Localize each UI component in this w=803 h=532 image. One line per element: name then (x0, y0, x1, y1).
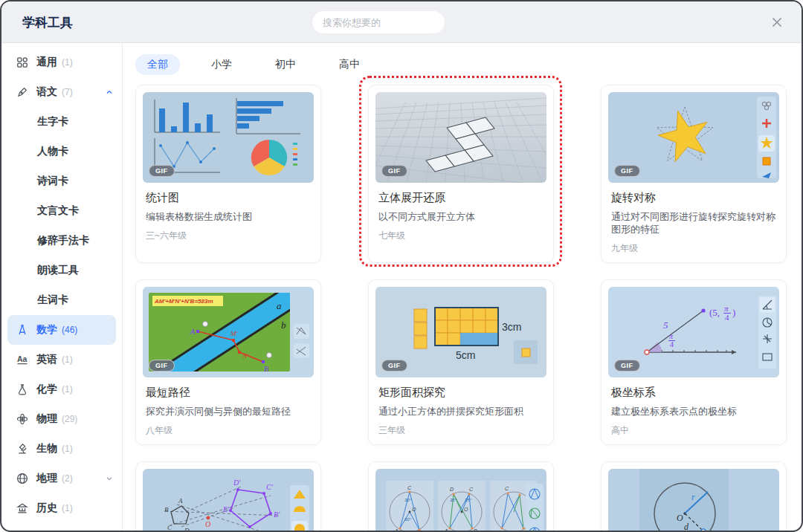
pen-icon (16, 86, 28, 98)
card-grade: 三年级 (378, 424, 544, 437)
tool-grid: GIF 统计图 编辑表格数据生成统计图 三~六年级 (135, 85, 802, 531)
sidebar-item-general[interactable]: 通用 (1) (1, 48, 122, 77)
gif-badge: GIF (149, 360, 175, 372)
gif-badge: GIF (614, 165, 640, 177)
card-desc: 通过对不同图形进行旋转探究旋转对称图形的特征 (611, 210, 776, 236)
point-M-label: M' (230, 330, 238, 337)
sidebar-item-xiucishoufaka[interactable]: 修辞手法卡 (1, 226, 122, 256)
square-tool-icon (763, 158, 770, 165)
sidebar-item-shengcika[interactable]: 生词卡 (1, 285, 122, 315)
unit-square-tool (514, 340, 538, 364)
sidebar-count: (7) (62, 87, 73, 97)
sidebar-item-shicika[interactable]: 诗词卡 (1, 166, 122, 196)
sidebar-label: 地理 (36, 472, 57, 485)
sidebar-item-biology[interactable]: 生物 (1) (1, 434, 122, 464)
card-desc: 通过小正方体的拼摆探究矩形面积 (378, 405, 544, 418)
card-title: 立体展开还原 (378, 191, 544, 205)
C-label: C (167, 524, 172, 531)
svg-text:A: A (394, 528, 399, 531)
tool-card-rotational-symmetry[interactable]: GIF 旋转对称 通过对不同图形进行旋转探究旋转对称图形的特征 九年级 (601, 85, 787, 263)
chevron-down-icon[interactable] (104, 473, 115, 484)
tool-card-shortest-path[interactable]: AM'+M'N'+N'B=583m A M' (135, 279, 321, 445)
shape-toolbar (290, 485, 309, 531)
letters-icon: Aa (16, 354, 28, 366)
svg-text:O: O (412, 507, 416, 512)
card-thumbnail: GIF (143, 92, 314, 183)
r-label: r (691, 492, 695, 502)
search-input[interactable] (323, 17, 454, 28)
D-label: D (184, 527, 190, 531)
svg-text:Aa: Aa (17, 354, 28, 363)
tab-primary[interactable]: 小学 (199, 54, 244, 75)
sidebar-item-renwuka[interactable]: 人物卡 (1, 137, 122, 166)
svg-text:4: 4 (725, 313, 729, 322)
sidebar-item-chinese[interactable]: 语文 (7) (1, 77, 122, 107)
sidebar-item-history[interactable]: 历史 (1) (1, 493, 122, 523)
page-title: 学科工具 (22, 14, 73, 31)
svg-text:35°: 35° (465, 498, 472, 502)
svg-text:B: B (421, 530, 425, 531)
point-P (701, 529, 706, 531)
width-label: 5cm (456, 349, 475, 361)
dialog-header: 学科工具 (1, 1, 802, 43)
panel-1: C O A B 30° 60° (386, 481, 433, 531)
height-label: 3cm (502, 321, 521, 333)
atom-icon (16, 413, 28, 425)
tool-card-homothety[interactable]: A B C D O D' C' B' A' E' (135, 461, 321, 531)
sidebar-item-physics[interactable]: 物理 (29) (1, 404, 122, 434)
sidebar-item-chemistry[interactable]: 化学 (1) (1, 374, 122, 404)
card-thumbnail: O r d P GIF (608, 469, 779, 531)
A-label: A (178, 497, 183, 505)
tool-card-polar-coordinates[interactable]: 5 (5, π 4 ) π 4 (601, 279, 787, 445)
sidebar-item-wenyanwenka[interactable]: 文言文卡 (1, 196, 122, 226)
panel-2: D C O A B 35° 35° (438, 481, 486, 531)
card-grade: 八年级 (146, 424, 311, 437)
tool-card-point-circle-relation[interactable]: O r d P GIF 点与圆位置关系 移动P点，探究点与圆的位置关系及充要条件 (601, 461, 787, 531)
card-thumbnail: C O A B 30° 60° (375, 469, 546, 531)
sidebar-label: 通用 (36, 56, 57, 69)
svg-text:O: O (464, 507, 468, 512)
sidebar-label: 数学 (36, 323, 57, 337)
A-prime-label: A' (249, 529, 257, 531)
sidebar-label: 英语 (36, 353, 57, 366)
tab-junior[interactable]: 初中 (263, 54, 308, 75)
sidebar-item-langdugongju[interactable]: 朗读工具 (1, 256, 122, 285)
sidebar-item-english[interactable]: Aa 英语 (1) (1, 345, 122, 374)
tool-card-rectangle-area[interactable]: 3cm 5cm GIF 矩形面积探究 通过小正方体的拼摆探究矩形面积 三年级 (368, 279, 554, 445)
B-label: B (164, 506, 169, 513)
grade-tabs: 全部 小学 初中 高中 (135, 53, 802, 76)
radius-label: 5 (663, 319, 668, 331)
card-thumbnail: 3cm 5cm GIF (375, 287, 546, 377)
search-bar[interactable] (312, 11, 445, 33)
tool-card-cube-unfold[interactable]: GIF 立体展开还原 以不同方式展开立方体 七年级 (368, 85, 554, 263)
card-thumbnail: A B C D O D' C' B' A' E' (143, 469, 314, 531)
D-prime-label: D' (233, 479, 241, 487)
svg-text:A: A (444, 528, 448, 531)
card-title: 最短路径 (146, 386, 311, 400)
sidebar-count: (46) (62, 325, 77, 335)
card-desc: 探究并演示同侧与异侧的最短路径 (146, 405, 311, 418)
sidebar-count: (2) (62, 473, 73, 484)
sidebar-item-geography[interactable]: 地理 (2) (1, 464, 122, 493)
card-thumbnail: GIF (375, 92, 546, 183)
tab-all[interactable]: 全部 (135, 54, 180, 75)
svg-text:π: π (724, 304, 729, 313)
sidebar-label: 物理 (36, 412, 57, 426)
sidebar-count: (1) (62, 503, 73, 513)
card-title: 旋转对称 (611, 191, 776, 205)
flask-icon (16, 383, 28, 395)
rectangle-grid-graphic (435, 308, 498, 346)
close-icon[interactable] (769, 14, 785, 30)
svg-text:D: D (450, 487, 454, 492)
tool-card-inscribed-angle[interactable]: C O A B 30° 60° (368, 461, 554, 531)
tab-senior[interactable]: 高中 (327, 54, 372, 75)
sidebar-item-math[interactable]: 数学 (46) (7, 315, 116, 345)
sidebar-item-shengzika[interactable]: 生字卡 (1, 107, 122, 137)
point-B-label: B (264, 365, 268, 373)
tool-card-statistics[interactable]: GIF 统计图 编辑表格数据生成统计图 三~六年级 (135, 85, 321, 263)
svg-text:(5,: (5, (709, 307, 720, 318)
chevron-up-icon[interactable] (104, 87, 115, 97)
card-title: 极坐标系 (611, 386, 776, 400)
tools-content: 全部 小学 初中 高中 (123, 43, 802, 531)
formula-label: AM'+M'N'+N'B=583m (154, 298, 213, 305)
